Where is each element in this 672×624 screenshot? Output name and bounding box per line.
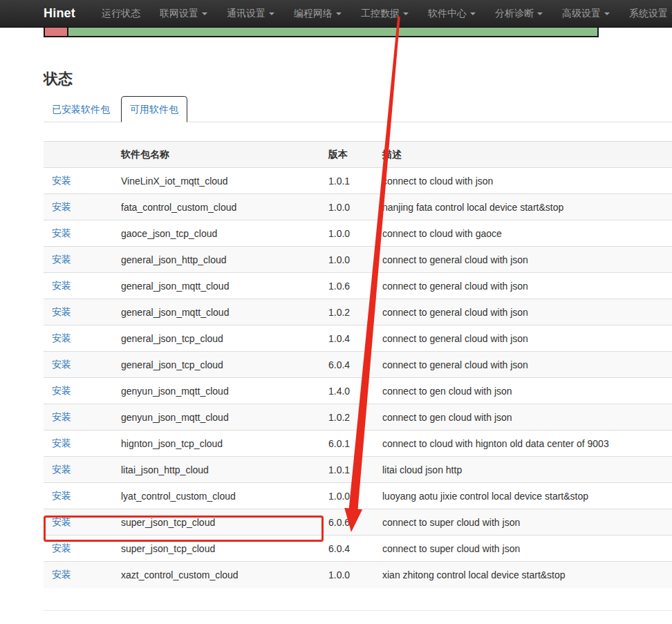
package-name: hignton_json_tcp_cloud: [115, 431, 323, 457]
package-version: 1.0.0: [323, 247, 377, 273]
table-row: 安装genyun_json_mqtt_cloud1.0.2connect to …: [44, 404, 672, 431]
tab-available-packages[interactable]: 可用软件包: [121, 96, 187, 122]
header-action: [44, 142, 115, 168]
caret-down-icon: [470, 12, 476, 15]
install-link[interactable]: 安装: [52, 254, 71, 265]
nav-item-running-status[interactable]: 运行状态: [92, 0, 150, 27]
table-header-row: 软件包名称 版本 描述: [44, 142, 672, 168]
package-description: connect to general cloud with json: [377, 273, 672, 299]
nav-item-comm-settings[interactable]: 通讯设置: [217, 0, 284, 27]
package-name: fata_control_custom_cloud: [115, 194, 323, 220]
table-row: 安装gaoce_json_tcp_cloud1.0.0connect to cl…: [44, 220, 672, 247]
package-description: luoyang aotu jixie control local device …: [377, 483, 672, 509]
package-description: xian zhitong control local device start&…: [377, 562, 672, 588]
install-link[interactable]: 安装: [52, 516, 71, 527]
main-content: 状态 已安装软件包 可用软件包 软件包名称 版本 描述 安装VineLinX_i…: [44, 70, 672, 611]
nav-item-programming-network[interactable]: 编程网络: [284, 0, 351, 27]
package-name: genyun_json_mqtt_cloud: [115, 404, 323, 431]
package-version: 1.0.2: [323, 299, 377, 325]
table-row: 安装genyun_json_mqtt_cloud1.4.0connect to …: [44, 378, 672, 404]
package-name: gaoce_json_tcp_cloud: [115, 220, 323, 247]
table-row: 安装general_json_tcp_cloud1.0.4connect to …: [44, 325, 672, 352]
package-name: super_json_tcp_cloud: [115, 536, 323, 562]
package-description: connect to super cloud with json: [377, 536, 672, 562]
table-row: 安装general_json_mqtt_cloud1.0.2connect to…: [44, 299, 672, 325]
package-name: general_json_http_cloud: [115, 247, 323, 273]
caret-down-icon: [537, 12, 543, 15]
package-description: connect to gen cloud with json: [377, 378, 672, 404]
package-description: connect to general cloud with json: [377, 325, 672, 352]
package-version: 6.0.4: [323, 352, 377, 378]
package-name: xazt_control_custom_cloud: [115, 562, 323, 588]
table-row: 安装fata_control_custom_cloud1.0.0nanjing …: [44, 194, 672, 220]
package-name: lyat_control_custom_cloud: [115, 483, 323, 509]
install-link[interactable]: 安装: [52, 201, 71, 212]
table-row: 安装general_json_tcp_cloud6.0.4connect to …: [44, 352, 672, 378]
install-link[interactable]: 安装: [52, 542, 71, 554]
caret-down-icon: [336, 12, 342, 15]
nav-item-software-center[interactable]: 软件中心: [418, 0, 485, 27]
package-description: connect to general cloud with json: [377, 299, 672, 325]
package-name: general_json_tcp_cloud: [115, 325, 323, 352]
package-name: general_json_mqtt_cloud: [115, 273, 323, 299]
progress-bar: [44, 28, 599, 37]
package-name: VineLinX_iot_mqtt_cloud: [115, 168, 323, 194]
progress-red-segment: [45, 28, 68, 36]
package-version: 1.0.0: [323, 562, 377, 588]
install-link[interactable]: 安装: [52, 306, 71, 317]
nav-item-advanced-settings[interactable]: 高级设置: [552, 0, 619, 27]
tab-installed-packages[interactable]: 已安装软件包: [44, 97, 118, 122]
bottom-divider: [44, 610, 672, 611]
package-version: 1.0.0: [323, 483, 377, 509]
table-row: 安装xazt_control_custom_cloud1.0.0xian zhi…: [44, 562, 672, 588]
brand-logo[interactable]: Hinet: [44, 6, 75, 21]
tab-bar: 已安装软件包 可用软件包: [44, 96, 672, 122]
package-name: general_json_mqtt_cloud: [115, 299, 323, 325]
package-version: 1.0.1: [323, 457, 377, 483]
table-row: 安装lyat_control_custom_cloud1.0.0luoyang …: [44, 483, 672, 509]
install-link[interactable]: 安装: [52, 490, 71, 501]
package-description: nanjing fata control local device start&…: [377, 194, 672, 220]
package-description: litai cloud json http: [377, 457, 672, 483]
install-link[interactable]: 安装: [52, 411, 71, 422]
package-version: 1.4.0: [323, 378, 377, 404]
package-description: connect to super cloud with json: [377, 509, 672, 536]
install-link[interactable]: 安装: [52, 332, 71, 343]
nav-menu: 运行状态联网设置通讯设置编程网络工控数据软件中心分析诊断高级设置系统设置退出: [92, 0, 672, 27]
package-table-body: 安装VineLinX_iot_mqtt_cloud1.0.1connect to…: [44, 168, 672, 588]
table-row: 安装litai_json_http_cloud1.0.1litai cloud …: [44, 457, 672, 483]
nav-item-system-settings[interactable]: 系统设置: [619, 0, 672, 27]
package-version: 1.0.1: [323, 168, 377, 194]
install-link[interactable]: 安装: [52, 464, 71, 475]
package-version: 1.0.2: [323, 404, 377, 431]
install-link[interactable]: 安装: [52, 227, 71, 238]
package-version: 6.0.6: [323, 509, 377, 536]
header-description: 描述: [377, 142, 672, 168]
table-row: 安装VineLinX_iot_mqtt_cloud1.0.1connect to…: [44, 168, 672, 194]
table-row: 安装hignton_json_tcp_cloud6.0.1connect to …: [44, 431, 672, 457]
package-name: genyun_json_mqtt_cloud: [115, 378, 323, 404]
package-name: super_json_tcp_cloud: [115, 509, 323, 536]
package-description: connect to cloud with hignton old data c…: [377, 431, 672, 457]
table-row: 安装super_json_tcp_cloud6.0.4connect to su…: [44, 536, 672, 562]
package-description: connect to cloud with json: [377, 168, 672, 194]
caret-down-icon: [403, 12, 409, 15]
nav-item-network-settings[interactable]: 联网设置: [150, 0, 217, 27]
table-row: 安装general_json_mqtt_cloud1.0.6connect to…: [44, 273, 672, 299]
package-description: connect to gen cloud with json: [377, 404, 672, 431]
nav-item-industrial-data[interactable]: 工控数据: [351, 0, 418, 27]
install-link[interactable]: 安装: [52, 569, 71, 580]
install-link[interactable]: 安装: [52, 175, 71, 186]
top-navbar: Hinet 运行状态联网设置通讯设置编程网络工控数据软件中心分析诊断高级设置系统…: [0, 0, 672, 28]
caret-down-icon: [604, 12, 610, 15]
install-link[interactable]: 安装: [52, 359, 71, 370]
nav-item-analysis-diagnosis[interactable]: 分析诊断: [485, 0, 552, 27]
table-row: 安装super_json_tcp_cloud6.0.6connect to su…: [44, 509, 672, 536]
package-version: 1.0.4: [323, 325, 377, 352]
install-link[interactable]: 安装: [52, 280, 71, 291]
install-link[interactable]: 安装: [52, 385, 71, 396]
install-link[interactable]: 安装: [52, 437, 71, 448]
caret-down-icon: [269, 12, 274, 15]
page-title: 状态: [44, 70, 672, 87]
package-table: 软件包名称 版本 描述 安装VineLinX_iot_mqtt_cloud1.0…: [44, 141, 672, 588]
